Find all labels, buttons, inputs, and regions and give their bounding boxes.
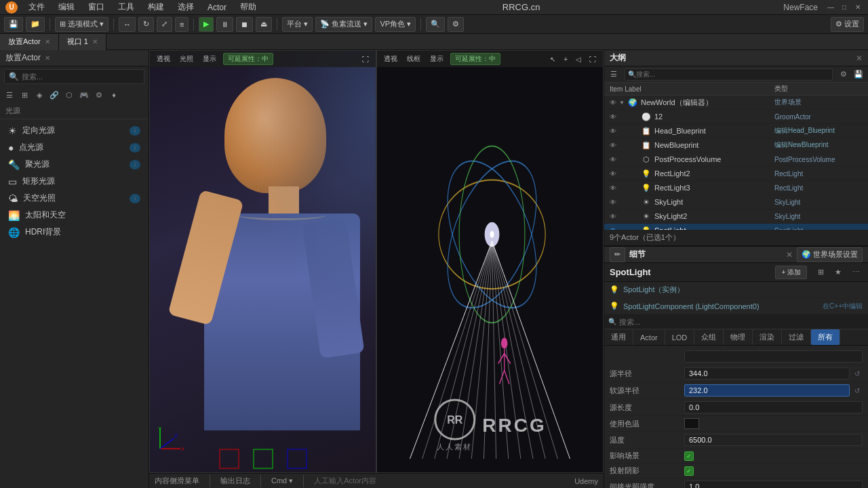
eye-icon-headbp[interactable]: 👁 (610, 127, 616, 135)
eye-icon-ppv[interactable]: 👁 (610, 156, 616, 163)
outliner-row-rect2[interactable]: 👁 💡 RectLight2 RectLight (604, 167, 868, 181)
stream-button[interactable]: 📡 鱼素流送 ▾ (315, 17, 372, 32)
outliner-row-rect3[interactable]: 👁 💡 RectLight3 RectLight (604, 181, 868, 195)
outliner-save-btn[interactable]: 💾 (852, 68, 865, 81)
misc1-button[interactable]: 🔍 (426, 17, 445, 32)
vp-right-expand-btn[interactable]: ⛶ (587, 55, 599, 64)
world-settings-btn[interactable]: 🌍 世界场景设置 (797, 247, 863, 262)
tab-place-actor[interactable]: 放置Actor ✕ (0, 34, 59, 50)
open-button[interactable]: 📁 (26, 17, 45, 32)
stop-button[interactable]: ⏹ (236, 17, 253, 32)
status-input[interactable]: 人工输入Actor内容 (314, 476, 376, 486)
menu-item-help[interactable]: 帮助 (237, 0, 259, 14)
outliner-row-skylight[interactable]: 👁 ☀ SkyLight SkyLight (604, 195, 868, 209)
prop-soft-radius-reset[interactable]: ↺ (852, 385, 863, 396)
viewport-left[interactable]: 透视 光照 显示 可延展性：中 ⛶ (149, 50, 376, 473)
vp-left-light-btn[interactable]: 光照 (177, 54, 196, 64)
eject-button[interactable]: ⏏ (256, 17, 272, 32)
outliner-search-input[interactable] (636, 70, 829, 78)
actor-toolbar-btn5[interactable]: ⬡ (62, 88, 76, 102)
save-button[interactable]: 💾 (4, 17, 23, 32)
menu-item-window[interactable]: 窗口 (85, 0, 107, 14)
prop-temperature-value[interactable]: 6500.0 (684, 434, 863, 446)
vp-right-perspective-btn[interactable]: 透视 (381, 54, 400, 64)
det-tab-groups[interactable]: 众组 (694, 329, 724, 345)
prop-cast-shadow-checkbox[interactable]: ✓ (684, 466, 694, 476)
prop-affect-scene-checkbox[interactable]: ✓ (684, 451, 694, 461)
details-add-button[interactable]: + 添加 (775, 266, 807, 279)
outliner-row-12[interactable]: 👁 ⚪ 12 GroomActor (604, 110, 868, 124)
output-log-label[interactable]: 输出日志 (220, 476, 250, 486)
actor-item-sky[interactable]: 🌤 天空光照 i (3, 190, 146, 207)
point-info-btn[interactable]: i (130, 143, 140, 152)
details-star-btn[interactable]: ★ (831, 266, 845, 279)
platform-button[interactable]: 平台 ▾ (282, 17, 313, 32)
details-pencil-btn[interactable]: ✏ (610, 247, 625, 262)
vp-left-show-btn[interactable]: 显示 (200, 54, 219, 64)
maximize-button[interactable]: □ (840, 3, 849, 12)
det-tab-general[interactable]: 通用 (604, 329, 633, 345)
outliner-row-newbp[interactable]: 👁 📋 NewBlueprint 编辑NewBlueprint (604, 138, 868, 152)
det-tab-actor[interactable]: Actor (633, 329, 665, 345)
actor-toolbar-btn4[interactable]: 🔗 (47, 88, 61, 102)
vp-right-add-btn[interactable]: + (561, 55, 570, 64)
menu-item-edit[interactable]: 编辑 (56, 0, 77, 14)
vp-left-perspectives-btn[interactable]: 透视 (154, 54, 173, 64)
component-link[interactable]: 在C++中编辑 (823, 302, 863, 311)
actor-toolbar-btn6[interactable]: 🎮 (77, 88, 91, 102)
prop-source-radius-value[interactable]: 344.0 (684, 367, 850, 380)
actor-search-input[interactable] (22, 73, 140, 81)
menu-item-select[interactable]: 选择 (175, 0, 197, 14)
actor-toolbar-btn3[interactable]: ◈ (33, 88, 46, 102)
mode-button[interactable]: ⊞ 选项模式 ▾ (55, 17, 108, 32)
actor-panel-close[interactable]: ✕ (45, 54, 50, 62)
outliner-row-headbp[interactable]: 👁 📋 Head_Blueprint 编辑Head_Blueprint (604, 124, 868, 138)
outliner-row-ppv[interactable]: 👁 ⬡ PostProcessVolume PostProcessVolume (604, 152, 868, 167)
prop-source-length-value[interactable]: 0.0 (684, 401, 863, 413)
menu-item-actor[interactable]: Actor (205, 1, 229, 14)
minimize-button[interactable]: — (826, 3, 835, 12)
misc2-button[interactable]: ⚙ (448, 17, 464, 32)
pause-button[interactable]: ⏸ (216, 17, 233, 32)
actor-toolbar-btn2[interactable]: ⊞ (18, 88, 31, 102)
actor-toolbar-btn1[interactable]: ☰ (3, 88, 16, 102)
eye-icon-skylight2[interactable]: 👁 (610, 213, 616, 220)
actor-item-sun[interactable]: 🌅 太阳和天空 (3, 207, 146, 224)
transform-move[interactable]: ↔ (119, 17, 136, 32)
menu-item-file[interactable]: 文件 (26, 0, 47, 14)
eye-icon-rect3[interactable]: 👁 (610, 184, 616, 192)
outliner-row-spotlight[interactable]: 👁 💡 SpotLight SpotLight (604, 224, 868, 230)
eye-icon-rect2[interactable]: 👁 (610, 170, 616, 178)
menu-item-build[interactable]: 构建 (145, 0, 167, 14)
vp-right-cursor-btn[interactable]: ↖ (547, 55, 558, 64)
eye-icon-skylight[interactable]: 👁 (610, 199, 616, 206)
det-tab-lod[interactable]: LOD (665, 329, 695, 345)
vp-right-show-btn[interactable]: 显示 (427, 54, 446, 64)
eye-icon-12[interactable]: 👁 (610, 113, 616, 121)
det-tab-all[interactable]: 所有 (811, 329, 840, 345)
transform-scale[interactable]: ⤢ (157, 17, 172, 32)
details-search-input[interactable] (619, 318, 864, 326)
vp-right-prev-btn[interactable]: ◁ (573, 55, 584, 64)
vp-right-line-btn[interactable]: 线框 (404, 54, 423, 64)
spot-info-btn[interactable]: i (130, 160, 140, 169)
content-menu-label[interactable]: 内容侧滑菜单 (155, 476, 199, 486)
actor-item-rect[interactable]: ▭ 矩形光源 (3, 173, 146, 190)
details-close-btn[interactable]: ✕ (786, 250, 793, 260)
transform-rotate[interactable]: ↻ (138, 17, 154, 32)
prop-color-swatch[interactable] (684, 418, 699, 429)
play-button[interactable]: ▶ (199, 17, 214, 32)
outliner-row-newworld[interactable]: 👁 ▼ 🌍 NewWorld（编辑器） 世界场景 (604, 96, 868, 110)
det-tab-physics[interactable]: 物理 (724, 329, 753, 345)
outliner-toolbar-filter[interactable]: ☰ (607, 68, 620, 81)
cmd-label[interactable]: Cmd ▾ (271, 476, 293, 485)
tab-viewport-close[interactable]: ✕ (92, 38, 98, 45)
tab-place-actor-close[interactable]: ✕ (45, 38, 50, 45)
vp-button[interactable]: VP角色 ▾ (375, 17, 416, 32)
prop-source-radius-reset[interactable]: ↺ (852, 368, 863, 379)
actor-item-point[interactable]: ● 点光源 i (3, 139, 146, 156)
prop-soft-radius-value[interactable]: 232.0 (684, 384, 850, 396)
directional-info-btn[interactable]: i (130, 126, 140, 136)
viewport-right[interactable]: 透视 线框 显示 可延展性：中 ↖ + ◁ ⛶ (376, 50, 604, 473)
prop-indirect-intensity-value[interactable]: 1.0 (684, 481, 863, 488)
